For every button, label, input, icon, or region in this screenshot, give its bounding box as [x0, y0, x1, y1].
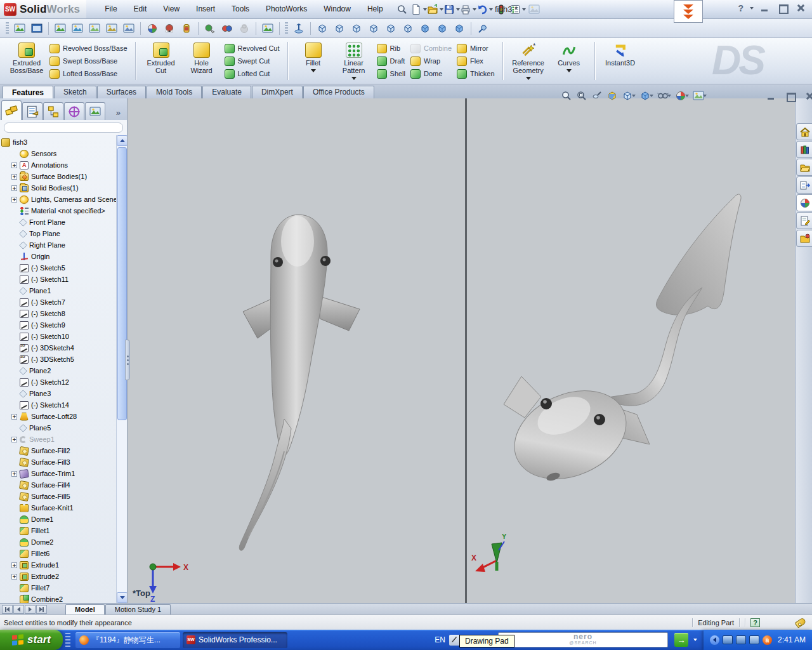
reference-geometry-flyout-icon[interactable]	[526, 77, 531, 80]
tree-item-sensors[interactable]: Sensors	[1, 148, 127, 159]
taskbar-item-solidworks[interactable]: SWSolidWorks Professio...	[183, 632, 287, 648]
open-document-button[interactable]	[427, 2, 443, 17]
sheet-nav-first-button[interactable]	[2, 605, 13, 614]
lofted-cut-button[interactable]: Lofted Cut	[225, 67, 280, 80]
panel-splitter-handle[interactable]	[125, 340, 130, 380]
sheet-nav-next-button[interactable]	[25, 605, 36, 614]
shell-button[interactable]: Shell	[377, 67, 405, 80]
view-orientation-button[interactable]	[622, 90, 636, 102]
tree-item-material-not-specified[interactable]: Material <not specified>	[1, 205, 127, 216]
tree-item-fillet1[interactable]: Fillet1	[1, 525, 127, 536]
tab-sketch[interactable]: Sketch	[54, 86, 96, 98]
sheet-nav-last-button[interactable]	[36, 605, 47, 614]
search-go-button[interactable]: →	[674, 633, 688, 647]
taskpane-tab-view-palette[interactable]	[796, 176, 812, 194]
network-icon-2[interactable]	[736, 635, 746, 644]
tree-item-3dsketch5[interactable]: (-) 3DSketch5	[1, 354, 127, 365]
tree-item-dome2[interactable]: Dome2	[1, 536, 127, 548]
expand-icon[interactable]: +	[11, 162, 17, 168]
decal-button[interactable]	[178, 21, 195, 36]
tree-item-surface-trim1[interactable]: +Surface-Trim1	[1, 468, 127, 479]
expand-icon[interactable]: +	[11, 574, 17, 580]
expand-icon[interactable]: +	[11, 471, 17, 477]
display-style-button[interactable]	[639, 90, 653, 102]
panel-tab-configuration-manager[interactable]	[43, 102, 63, 120]
render-button[interactable]	[11, 21, 28, 36]
render-region-button[interactable]	[52, 21, 69, 36]
render-last-button[interactable]	[86, 21, 103, 36]
magnifying-lens-button[interactable]	[591, 90, 603, 102]
menu-insert[interactable]: Insert	[188, 0, 223, 18]
tree-item-surface-knit1[interactable]: Surface-Knit1	[1, 502, 127, 514]
collapse-toolbar-button[interactable]	[674, 0, 703, 23]
doc-restore-button[interactable]	[784, 91, 797, 102]
curves-flyout-icon[interactable]	[566, 69, 572, 72]
security-monitor-icon[interactable]	[749, 635, 759, 644]
minimize-button[interactable]	[759, 3, 771, 13]
taskbar-item-firefox[interactable]: 『1194』静物写生...	[75, 632, 180, 648]
view-top-button[interactable]	[383, 21, 399, 36]
tree-item-front-plane[interactable]: Front Plane	[1, 216, 127, 228]
revolved-cut-button[interactable]: Revolved Cut	[225, 42, 280, 55]
start-button[interactable]: start	[0, 630, 63, 650]
tree-item-surface-fill5[interactable]: Surface-Fill5	[1, 491, 127, 502]
tree-item-sketch14[interactable]: (-) Sketch14	[1, 399, 127, 411]
section-view-button[interactable]	[606, 90, 618, 102]
tree-item-fillet6[interactable]: Fillet6	[1, 548, 127, 559]
tree-item-extrude2[interactable]: +Extrude2	[1, 571, 127, 582]
viewport-perspective-view[interactable]: X Y	[469, 98, 795, 603]
taskpane-tab-document-recovery[interactable]	[796, 230, 812, 247]
tree-item-sketch7[interactable]: (-) Sketch7	[1, 296, 127, 308]
tree-item-sketch10[interactable]: (-) Sketch10	[1, 331, 127, 342]
quick-launch-grip[interactable]	[65, 633, 70, 647]
view-back-button[interactable]	[331, 21, 348, 36]
hide-show-items-button[interactable]	[657, 90, 671, 102]
normal-to-button[interactable]	[291, 21, 307, 36]
quick-tips-icon[interactable]: ?	[750, 618, 760, 627]
menu-help[interactable]: Help	[359, 0, 391, 18]
tree-item-plane1[interactable]: Plane1	[1, 285, 127, 296]
taskpane-tab-file-explorer[interactable]	[796, 159, 812, 176]
toolbar-grip[interactable]	[6, 22, 9, 35]
scene-editor-button[interactable]	[259, 21, 276, 36]
apply-scene-dropdown-icon[interactable]	[703, 95, 707, 97]
schedule-render-button[interactable]	[121, 21, 137, 36]
tree-item-sketch12[interactable]: (-) Sketch12	[1, 376, 127, 388]
panel-tabs-overflow[interactable]: »	[111, 108, 126, 120]
expand-icon[interactable]: +	[11, 562, 17, 568]
panel-tab-property-manager[interactable]	[22, 102, 43, 120]
tree-item-sweep1[interactable]: +Sweep1	[1, 434, 127, 445]
menu-photoworks[interactable]: PhotoWorks	[258, 0, 315, 18]
probe-button[interactable]	[475, 21, 491, 36]
reference-geometry-button[interactable]: *Reference Geometry	[508, 41, 549, 81]
zoom-to-area-button[interactable]	[576, 90, 587, 102]
panel-tab-dimxpert-manager[interactable]	[64, 102, 84, 120]
sheet-tab-model[interactable]: Model	[65, 604, 105, 614]
render-window-button[interactable]	[29, 21, 45, 36]
view-isometric-button[interactable]	[417, 21, 433, 36]
tree-item-sketch5[interactable]: (-) Sketch5	[1, 262, 127, 274]
apply-scene-button[interactable]	[693, 90, 707, 102]
sheet-nav-prev-button[interactable]	[13, 605, 24, 614]
tree-filter-input[interactable]	[4, 123, 123, 133]
linear-pattern-flyout-icon[interactable]	[351, 77, 357, 80]
viewport-top-view[interactable]: X Z *Top	[128, 98, 467, 603]
mirror-button[interactable]: Mirror	[457, 42, 495, 55]
tree-item-plane2[interactable]: Plane2	[1, 365, 127, 376]
edit-appearance-button[interactable]	[675, 90, 689, 102]
expand-icon[interactable]: +	[11, 174, 17, 180]
taskpane-tab-design-library[interactable]	[796, 141, 812, 158]
tree-item-origin[interactable]: Origin	[1, 251, 127, 262]
panel-tab-feature-manager-tree[interactable]	[1, 100, 22, 120]
doc-minimize-button[interactable]	[765, 91, 778, 102]
edit-appearance-dropdown-icon[interactable]	[685, 95, 689, 97]
scene-sphere-button[interactable]	[161, 21, 178, 36]
scroll-up-button[interactable]	[117, 135, 127, 146]
tree-item-annotations[interactable]: +Annotations	[1, 159, 127, 171]
fillet-button[interactable]: Fillet	[293, 41, 334, 81]
expand-icon[interactable]: +	[11, 185, 17, 191]
fillet-flyout-icon[interactable]	[311, 69, 316, 72]
zoom-to-fit-button[interactable]	[561, 90, 572, 102]
undo-dropdown-icon[interactable]	[489, 8, 493, 11]
nero-search-box[interactable]: nero @SEARCH Drawing Pad	[498, 632, 668, 647]
